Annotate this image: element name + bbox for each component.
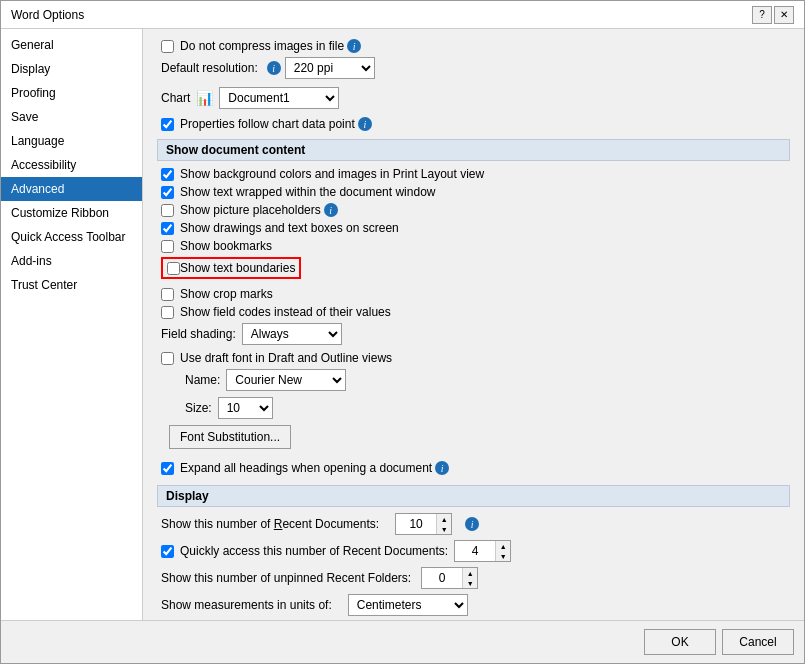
name-label: Name: [185, 373, 220, 387]
recent-folders-row: Show this number of unpinned Recent Fold… [161, 567, 790, 589]
cb-text-wrapped-input[interactable] [161, 186, 174, 199]
cb-field-codes-label: Show field codes instead of their values [180, 305, 391, 319]
recent-folders-input[interactable] [422, 568, 462, 588]
cb-bookmarks-label: Show bookmarks [180, 239, 272, 253]
sidebar: General Display Proofing Save Language A… [1, 29, 143, 620]
recent-folders-down-arrow[interactable]: ▼ [463, 578, 477, 588]
recent-docs-input[interactable] [396, 514, 436, 534]
cb-picture-placeholders-input[interactable] [161, 204, 174, 217]
cb-drawings-input[interactable] [161, 222, 174, 235]
sidebar-item-save[interactable]: Save [1, 105, 142, 129]
display-header: Display [157, 485, 790, 507]
recent-docs-down-arrow[interactable]: ▼ [437, 524, 451, 534]
recent-folders-up-arrow[interactable]: ▲ [463, 568, 477, 578]
quick-access-checkbox[interactable] [161, 545, 174, 558]
dialog-footer: OK Cancel [1, 620, 804, 663]
chart-row: Chart 📊 Document1 [161, 87, 790, 109]
measurements-label: Show measurements in units of: [161, 598, 332, 612]
recent-docs-arrows: ▲ ▼ [436, 514, 451, 534]
cb-picture-placeholders: Show picture placeholders i [157, 203, 790, 217]
quick-access-row: Quickly access this number of Recent Doc… [157, 540, 790, 562]
title-bar: Word Options ? ✕ [1, 1, 804, 29]
font-substitution-button[interactable]: Font Substitution... [169, 425, 291, 449]
dialog-body: General Display Proofing Save Language A… [1, 29, 804, 620]
sidebar-item-language[interactable]: Language [1, 129, 142, 153]
cb-bookmarks-input[interactable] [161, 240, 174, 253]
field-shading-row: Field shading: Always Never When selecte… [157, 323, 790, 345]
default-resolution-label: Default resolution: [161, 61, 258, 75]
quick-access-up-arrow[interactable]: ▲ [496, 541, 510, 551]
cancel-button[interactable]: Cancel [722, 629, 794, 655]
properties-info-icon[interactable]: i [358, 117, 372, 131]
sidebar-item-accessibility[interactable]: Accessibility [1, 153, 142, 177]
cb-text-boundaries-input[interactable] [167, 262, 180, 275]
compress-images-label: Do not compress images in file [180, 39, 344, 53]
sidebar-item-proofing[interactable]: Proofing [1, 81, 142, 105]
main-content: Do not compress images in file i Default… [143, 29, 804, 620]
word-options-dialog: Word Options ? ✕ General Display Proofin… [0, 0, 805, 664]
cb-background-colors-label: Show background colors and images in Pri… [180, 167, 484, 181]
sidebar-item-general[interactable]: General [1, 33, 142, 57]
default-resolution-info-icon[interactable]: i [267, 61, 281, 75]
compress-images-checkbox[interactable] [161, 40, 174, 53]
field-shading-dropdown[interactable]: Always Never When selected [242, 323, 342, 345]
compress-images-info-icon[interactable]: i [347, 39, 361, 53]
cb-text-wrapped-label: Show text wrapped within the document wi… [180, 185, 435, 199]
picture-placeholders-info-icon[interactable]: i [324, 203, 338, 217]
quick-access-spinbox: ▲ ▼ [454, 540, 511, 562]
font-size-row: Size: 10 8 9 11 12 [181, 397, 790, 419]
help-button[interactable]: ? [752, 6, 772, 24]
cb-expand-headings-label: Expand all headings when opening a docum… [180, 461, 432, 475]
default-resolution-row: Default resolution: i 220 ppi 96 ppi 150… [161, 57, 790, 79]
chart-document-dropdown[interactable]: Document1 [219, 87, 339, 109]
quick-access-arrows: ▲ ▼ [495, 541, 510, 561]
sidebar-item-customize-ribbon[interactable]: Customize Ribbon [1, 201, 142, 225]
title-controls: ? ✕ [752, 6, 794, 24]
cb-draft-font: Use draft font in Draft and Outline view… [157, 351, 790, 365]
properties-follow-checkbox[interactable] [161, 118, 174, 131]
quick-access-label: Quickly access this number of Recent Doc… [180, 544, 448, 558]
cb-background-colors: Show background colors and images in Pri… [157, 167, 790, 181]
cb-background-colors-input[interactable] [161, 168, 174, 181]
sidebar-item-trust-center[interactable]: Trust Center [1, 273, 142, 297]
cb-field-codes-input[interactable] [161, 306, 174, 319]
cb-crop-marks-label: Show crop marks [180, 287, 273, 301]
cb-text-wrapped: Show text wrapped within the document wi… [157, 185, 790, 199]
recent-docs-label: Show this number of Recent Documents: [161, 517, 379, 531]
quick-access-input[interactable] [455, 541, 495, 561]
sidebar-item-quick-access[interactable]: Quick Access Toolbar [1, 225, 142, 249]
cb-crop-marks-input[interactable] [161, 288, 174, 301]
recent-folders-arrows: ▲ ▼ [462, 568, 477, 588]
font-size-dropdown[interactable]: 10 8 9 11 12 [218, 397, 273, 419]
cb-drawings-label: Show drawings and text boxes on screen [180, 221, 399, 235]
dialog-title: Word Options [11, 8, 84, 22]
measurements-dropdown[interactable]: Centimeters Inches Millimeters Points Pi… [348, 594, 468, 616]
measurements-row: Show measurements in units of: Centimete… [161, 594, 790, 616]
recent-docs-spinbox: ▲ ▼ [395, 513, 452, 535]
ok-button[interactable]: OK [644, 629, 716, 655]
cb-expand-headings-input[interactable] [161, 462, 174, 475]
cb-picture-placeholders-label: Show picture placeholders [180, 203, 321, 217]
cb-draft-font-label: Use draft font in Draft and Outline view… [180, 351, 392, 365]
close-button[interactable]: ✕ [774, 6, 794, 24]
default-resolution-dropdown[interactable]: 220 ppi 96 ppi 150 ppi 330 ppi [285, 57, 375, 79]
size-label: Size: [185, 401, 212, 415]
quick-access-down-arrow[interactable]: ▼ [496, 551, 510, 561]
expand-headings-info-icon[interactable]: i [435, 461, 449, 475]
sidebar-item-add-ins[interactable]: Add-ins [1, 249, 142, 273]
show-document-content-header: Show document content [157, 139, 790, 161]
recent-docs-up-arrow[interactable]: ▲ [437, 514, 451, 524]
chart-icon: 📊 [196, 90, 213, 106]
sidebar-item-advanced[interactable]: Advanced [1, 177, 142, 201]
recent-docs-row: Show this number of Recent Documents: ▲ … [161, 513, 790, 535]
recent-folders-label: Show this number of unpinned Recent Fold… [161, 571, 411, 585]
cb-draft-font-input[interactable] [161, 352, 174, 365]
cb-drawings: Show drawings and text boxes on screen [157, 221, 790, 235]
cb-field-codes: Show field codes instead of their values [157, 305, 790, 319]
sidebar-item-display[interactable]: Display [1, 57, 142, 81]
cb-crop-marks: Show crop marks [157, 287, 790, 301]
font-name-dropdown[interactable]: Courier New Arial Times New Roman [226, 369, 346, 391]
recent-folders-spinbox: ▲ ▼ [421, 567, 478, 589]
recent-docs-info-icon[interactable]: i [465, 517, 479, 531]
cb-bookmarks: Show bookmarks [157, 239, 790, 253]
